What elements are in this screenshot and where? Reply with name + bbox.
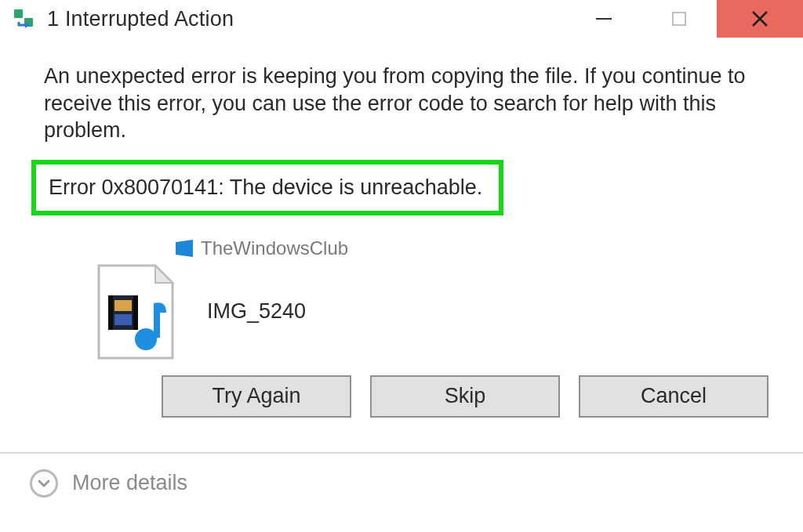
- try-again-button[interactable]: Try Again: [162, 375, 351, 418]
- error-message: An unexpected error is keeping you from …: [44, 63, 768, 144]
- watermark-label: TheWindowsClub: [201, 237, 348, 259]
- dialog-window: 1 Interrupted Action An unexpected error…: [0, 0, 803, 532]
- maximize-button[interactable]: [641, 0, 717, 38]
- error-code-text: Error 0x80070141: The device is unreacha…: [49, 176, 482, 199]
- more-details-label: More details: [72, 471, 187, 495]
- svg-rect-10: [108, 295, 113, 330]
- button-row: Try Again Skip Cancel: [0, 375, 768, 418]
- chevron-down-icon: [30, 469, 58, 498]
- svg-point-14: [135, 328, 157, 350]
- video-file-icon: [97, 264, 174, 360]
- window-controls: [566, 0, 803, 38]
- skip-button[interactable]: Skip: [370, 375, 560, 418]
- transfer-icon: [14, 9, 36, 28]
- windows-logo-icon: [176, 240, 193, 257]
- file-row: IMG_5240: [97, 264, 768, 360]
- source-watermark: TheWindowsClub: [176, 237, 768, 259]
- more-details-toggle[interactable]: More details: [30, 469, 803, 498]
- error-code-highlight: Error 0x80070141: The device is unreacha…: [31, 160, 503, 215]
- dialog-content: An unexpected error is keeping you from …: [0, 38, 803, 360]
- svg-rect-11: [133, 295, 138, 330]
- svg-rect-12: [114, 300, 132, 311]
- svg-rect-0: [14, 9, 23, 18]
- svg-rect-3: [673, 13, 685, 25]
- separator: [0, 452, 803, 454]
- svg-marker-6: [176, 240, 193, 257]
- svg-rect-13: [114, 314, 132, 325]
- svg-marker-8: [155, 266, 173, 283]
- close-button[interactable]: [717, 0, 803, 38]
- window-title: 1 Interrupted Action: [47, 7, 566, 31]
- titlebar: 1 Interrupted Action: [0, 0, 803, 38]
- cancel-button[interactable]: Cancel: [579, 375, 768, 418]
- file-name: IMG_5240: [207, 299, 306, 324]
- minimize-button[interactable]: [566, 0, 641, 38]
